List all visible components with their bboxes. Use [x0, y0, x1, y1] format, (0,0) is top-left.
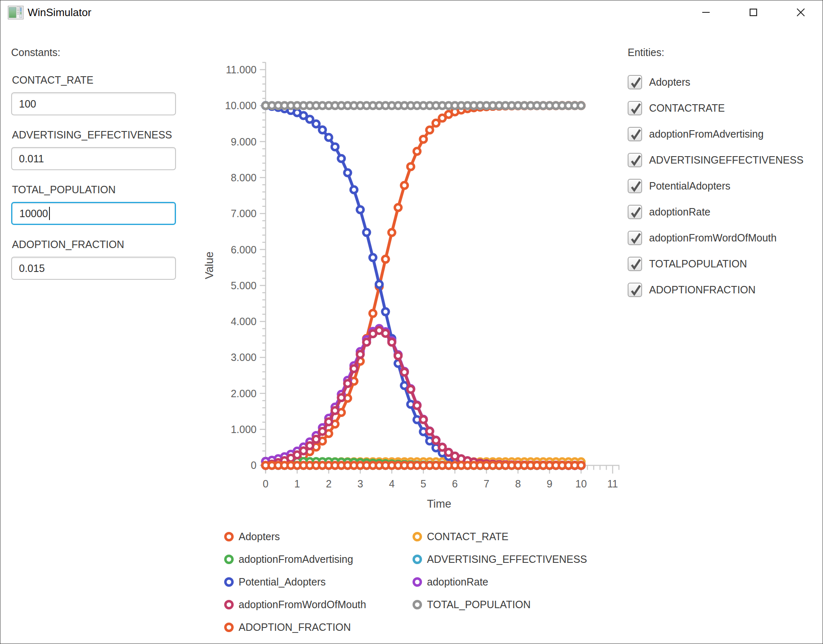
series-marker-contact_rate	[540, 459, 546, 465]
series-marker-adoptionfromadvertising	[376, 460, 382, 467]
series-marker-adoptionfromwordofmouth	[313, 436, 319, 443]
entity-label: Adopters	[649, 76, 690, 88]
series-marker-total_population	[433, 102, 439, 109]
minimize-button[interactable]	[689, 0, 722, 24]
legend-item-adoptionfromadvertising: adoptionFromAdvertising	[224, 554, 413, 564]
checkbox-adoptionrate[interactable]	[628, 205, 642, 219]
series-marker-adoption_fraction	[534, 462, 540, 468]
series-marker-advertising_effectiveness	[445, 462, 452, 468]
series-marker-advertising_effectiveness	[263, 462, 269, 468]
series-marker-potential_adopters	[263, 102, 269, 109]
series-marker-adoptionfromwordofmouth	[275, 459, 281, 466]
series-marker-adoptionfromadvertising	[281, 458, 288, 465]
entity-label: TOTALPOPULATION	[649, 258, 747, 270]
legend-ring-icon	[224, 600, 234, 609]
series-marker-adopters	[338, 409, 345, 416]
x-tick-label: 1	[294, 478, 300, 489]
series-marker-adoption_fraction	[546, 462, 553, 468]
constant-label-contact_rate: CONTACT_RATE	[12, 74, 178, 86]
series-marker-adoption_fraction	[338, 462, 345, 468]
close-button[interactable]	[784, 0, 817, 24]
series-marker-potential_adopters	[338, 155, 345, 162]
series-marker-contact_rate	[477, 459, 483, 465]
series-marker-total_population	[351, 102, 357, 109]
entity-label: PotentialAdopters	[649, 180, 730, 192]
series-marker-adoptionrate	[521, 462, 528, 468]
checkbox-adoptionfraction[interactable]	[628, 283, 642, 297]
maximize-button[interactable]	[737, 0, 770, 24]
series-marker-adoptionfromwordofmouth	[502, 461, 509, 468]
series-marker-total_population	[521, 102, 528, 109]
entity-label: ADVERTISINGEFFECTIVENESS	[649, 154, 804, 166]
checkbox-totalpopulation[interactable]	[628, 257, 642, 271]
y-tick-label: 7.000	[231, 208, 257, 219]
series-marker-advertising_effectiveness	[458, 462, 464, 468]
series-marker-potential_adopters	[559, 462, 565, 468]
checkbox-adopters[interactable]	[628, 75, 642, 89]
series-marker-adoptionrate	[452, 453, 458, 459]
series-marker-advertising_effectiveness	[319, 462, 326, 468]
series-marker-advertising_effectiveness	[332, 462, 338, 468]
series-marker-advertising_effectiveness	[408, 462, 414, 468]
series-marker-total_population	[389, 102, 395, 109]
checkbox-contactrate[interactable]	[628, 101, 642, 115]
series-marker-contact_rate	[471, 459, 477, 465]
series-marker-adoptionrate	[471, 459, 477, 466]
series-marker-total_population	[427, 102, 433, 109]
series-marker-advertising_effectiveness	[345, 462, 351, 468]
constant-input-advertising_effectiveness[interactable]: 0.011	[11, 147, 176, 170]
series-marker-adoptionfromwordofmouth	[408, 386, 414, 393]
series-marker-adopters	[546, 102, 553, 109]
series-marker-contact_rate	[307, 459, 313, 465]
series-marker-adoptionrate	[559, 462, 565, 468]
series-marker-adoptionrate	[553, 462, 559, 468]
series-marker-adoptionfromwordofmouth	[458, 456, 464, 462]
series-marker-contact_rate	[313, 459, 319, 465]
series-marker-contact_rate	[439, 459, 445, 465]
series-marker-advertising_effectiveness	[546, 462, 553, 468]
checkbox-advertisingeffectiveness[interactable]	[628, 153, 642, 167]
checkbox-adoptionfromwordofmouth[interactable]	[628, 231, 642, 245]
series-marker-total_population	[345, 102, 351, 109]
series-marker-adopters	[559, 102, 565, 109]
checkmark-icon	[628, 258, 643, 272]
series-marker-potential_adopters	[439, 450, 445, 456]
series-marker-adoptionfromadvertising	[275, 458, 281, 465]
series-marker-adopters	[269, 461, 275, 468]
series-marker-adoption_fraction	[578, 462, 584, 468]
series-marker-adoption_fraction	[401, 462, 408, 468]
legend-item-adoptionrate: adoptionRate	[413, 577, 587, 587]
series-marker-advertising_effectiveness	[578, 462, 584, 468]
series-marker-potential_adopters	[515, 462, 521, 468]
series-marker-potential_adopters	[319, 126, 326, 133]
constant-input-total_population[interactable]: 10000	[11, 202, 176, 225]
series-marker-adopters	[382, 256, 389, 262]
series-marker-adopters	[521, 103, 528, 109]
series-marker-advertising_effectiveness	[300, 462, 307, 468]
series-marker-total_population	[376, 102, 382, 109]
series-marker-adoptionfromadvertising	[408, 461, 414, 468]
series-marker-potential_adopters	[294, 110, 300, 116]
entity-label: adoptionRate	[649, 206, 710, 218]
constant-input-contact_rate[interactable]: 100	[11, 92, 176, 115]
series-marker-potential_adopters	[502, 462, 509, 468]
series-marker-total_population	[338, 102, 345, 109]
checkbox-potentialadopters[interactable]	[628, 179, 642, 193]
series-marker-adoptionrate	[338, 391, 345, 398]
series-marker-contact_rate	[559, 459, 565, 465]
series-marker-total_population	[515, 102, 521, 109]
series-marker-total_population	[534, 102, 540, 109]
series-marker-adoptionrate	[565, 462, 572, 468]
checkbox-adoptionfromadvertising[interactable]	[628, 127, 642, 141]
series-marker-total_population	[420, 102, 427, 109]
series-marker-adoption_fraction	[345, 462, 351, 468]
legend-item-adoptionfromwordofmouth: adoptionFromWordOfMouth	[224, 600, 413, 609]
series-marker-adoptionrate	[307, 438, 313, 445]
series-marker-adoption_fraction	[502, 462, 509, 468]
series-marker-total_population	[572, 102, 578, 109]
series-marker-adopters	[376, 283, 382, 290]
constant-input-adoption_fraction[interactable]: 0.015	[11, 257, 176, 280]
series-marker-advertising_effectiveness	[553, 462, 559, 468]
minimize-icon	[701, 7, 711, 17]
x-tick-label: 5	[420, 478, 426, 489]
